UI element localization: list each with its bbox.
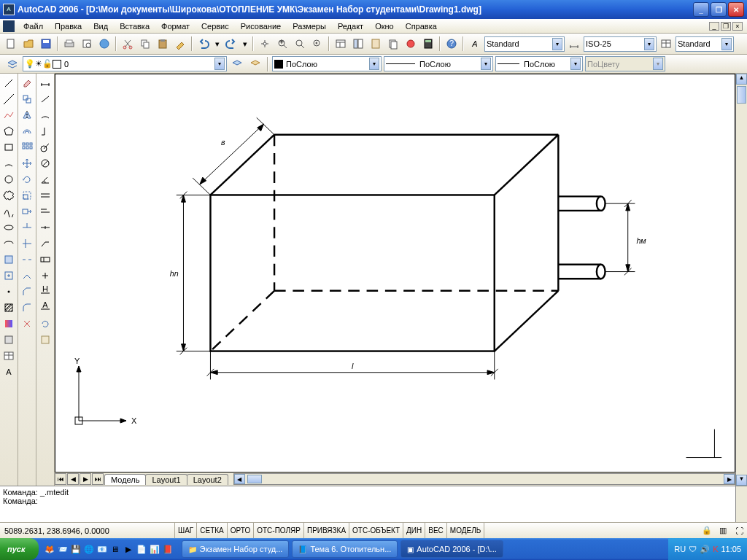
coordinates-display[interactable]: 5089.2631, 238.6946, 0.0000 bbox=[0, 523, 175, 538]
doc-close-button[interactable]: × bbox=[732, 22, 743, 31]
dropdown-arrow-icon[interactable]: ▾ bbox=[214, 58, 225, 70]
tab-next-button[interactable]: ▶ bbox=[80, 473, 91, 485]
line-tool[interactable] bbox=[1, 75, 17, 90]
redo-button[interactable] bbox=[223, 36, 239, 52]
new-button[interactable] bbox=[3, 36, 19, 52]
properties-button[interactable] bbox=[333, 36, 349, 52]
dim-ordinate-tool[interactable] bbox=[38, 123, 53, 139]
layer-states-button[interactable] bbox=[247, 56, 263, 72]
layout2-tab[interactable]: Layout2 bbox=[187, 474, 228, 485]
sheet-set-button[interactable] bbox=[385, 36, 401, 52]
quicklaunch-icon[interactable]: 💾 bbox=[69, 542, 82, 556]
tab-first-button[interactable]: ⏮ bbox=[55, 473, 66, 485]
xline-tool[interactable] bbox=[1, 91, 17, 106]
horizontal-scrollbar[interactable]: ◀ ▶ bbox=[233, 473, 735, 485]
tray-lang[interactable]: RU bbox=[674, 545, 686, 553]
tray-clock[interactable]: 11:05 bbox=[721, 545, 741, 553]
tab-prev-button[interactable]: ◀ bbox=[67, 473, 79, 485]
erase-tool[interactable] bbox=[20, 75, 35, 90]
quicklaunch-icon[interactable]: 📧 bbox=[96, 542, 109, 556]
scroll-thumb[interactable] bbox=[247, 475, 262, 483]
gradient-tool[interactable] bbox=[1, 316, 17, 331]
paste-button[interactable] bbox=[155, 36, 171, 52]
layer-combo[interactable]: 💡 ☀ 🔓 0 ▾ bbox=[23, 56, 227, 71]
center-mark-tool[interactable] bbox=[38, 268, 53, 283]
quicklaunch-icon[interactable]: 🖥 bbox=[109, 542, 122, 556]
dim-arc-tool[interactable] bbox=[38, 107, 53, 122]
dim-update-tool[interactable] bbox=[38, 316, 53, 331]
match-props-button[interactable] bbox=[172, 36, 188, 52]
dim-baseline-tool[interactable] bbox=[38, 203, 53, 219]
otrack-toggle[interactable]: ОТС-ОБЪЕКТ bbox=[349, 523, 403, 538]
osnap-toggle[interactable]: ПРИВЯЗКА bbox=[304, 523, 349, 538]
tray-icon[interactable]: 🔊 bbox=[700, 545, 710, 554]
leader-tool[interactable] bbox=[38, 236, 53, 251]
taskbar-item[interactable]: 📘 Тема 6. Отопительн... bbox=[292, 540, 398, 558]
menu-modify[interactable]: Редакт bbox=[332, 20, 369, 32]
scale-tool[interactable] bbox=[20, 187, 35, 203]
fillet-tool[interactable] bbox=[20, 300, 35, 315]
insert-block-tool[interactable] bbox=[1, 252, 17, 267]
quicklaunch-icon[interactable]: ▶ bbox=[122, 542, 135, 556]
start-button[interactable]: пуск bbox=[0, 538, 39, 560]
dim-continue-tool[interactable] bbox=[38, 219, 53, 235]
preview-button[interactable] bbox=[79, 36, 95, 52]
zoom-realtime-button[interactable]: + bbox=[274, 36, 290, 52]
point-tool[interactable] bbox=[1, 284, 17, 299]
spline-tool[interactable] bbox=[1, 203, 17, 219]
quicklaunch-icon[interactable]: 📕 bbox=[161, 542, 174, 556]
tolerance-tool[interactable] bbox=[38, 252, 53, 267]
taskbar-item[interactable]: 📁 Экзамен Набор студ... bbox=[182, 540, 290, 558]
maximize-button[interactable]: ❐ bbox=[711, 2, 727, 17]
undo-button[interactable] bbox=[196, 36, 212, 52]
markup-button[interactable] bbox=[403, 36, 419, 52]
save-button[interactable] bbox=[38, 36, 54, 52]
status-lock-icon[interactable]: 🔒 bbox=[699, 523, 715, 539]
explode-tool[interactable] bbox=[20, 316, 35, 331]
tray-icon[interactable]: 🛡 bbox=[689, 545, 697, 553]
doc-minimize-button[interactable]: _ bbox=[709, 22, 719, 31]
dimstyle-combo[interactable]: ISO-25▾ bbox=[584, 36, 657, 52]
trim-tool[interactable] bbox=[20, 219, 35, 235]
dim-tedit-tool[interactable]: A bbox=[38, 300, 53, 315]
circle-tool[interactable] bbox=[1, 171, 17, 187]
layer-previous-button[interactable] bbox=[229, 56, 245, 72]
scroll-thumb-v[interactable] bbox=[737, 86, 746, 104]
zoom-previous-button[interactable] bbox=[309, 36, 325, 52]
quicklaunch-icon[interactable]: 🌐 bbox=[82, 542, 96, 556]
polygon-tool[interactable] bbox=[1, 123, 17, 139]
rotate-tool[interactable] bbox=[20, 171, 35, 187]
scroll-right-button[interactable]: ▶ bbox=[724, 474, 735, 484]
menu-help[interactable]: Справка bbox=[400, 20, 443, 32]
menu-dimensions[interactable]: Размеры bbox=[287, 20, 332, 32]
close-button[interactable]: ✕ bbox=[728, 2, 744, 17]
move-tool[interactable] bbox=[20, 155, 35, 171]
menu-insert[interactable]: Вставка bbox=[114, 20, 155, 32]
table-tool[interactable] bbox=[1, 348, 17, 363]
array-tool[interactable] bbox=[20, 139, 35, 155]
open-button[interactable] bbox=[20, 36, 36, 52]
mtext-tool[interactable]: A bbox=[1, 364, 17, 379]
dim-edit-tool[interactable]: H bbox=[38, 284, 53, 299]
command-window[interactable]: Команда: _.mtedit Команда: bbox=[0, 486, 747, 522]
doc-restore-button[interactable]: ❐ bbox=[721, 22, 731, 31]
plot-button[interactable] bbox=[61, 36, 77, 52]
model-toggle[interactable]: МОДЕЛЬ bbox=[447, 523, 484, 538]
mirror-tool[interactable] bbox=[20, 107, 35, 122]
quicklaunch-icon[interactable]: 📊 bbox=[148, 542, 161, 556]
textstyle-icon[interactable]: A bbox=[467, 36, 483, 52]
tray-icon[interactable]: K bbox=[713, 545, 718, 553]
dropdown-arrow-icon[interactable]: ▾ bbox=[644, 38, 654, 50]
rectangle-tool[interactable] bbox=[1, 139, 17, 155]
publish-button[interactable] bbox=[96, 36, 112, 52]
snap-toggle[interactable]: ШАГ bbox=[175, 523, 197, 538]
ortho-toggle[interactable]: ОРТО bbox=[228, 523, 254, 538]
minimize-button[interactable]: _ bbox=[693, 2, 709, 17]
vertical-scrollbar[interactable]: ▲ ▼ bbox=[735, 74, 747, 486]
calc-button[interactable] bbox=[420, 36, 436, 52]
status-tray-icon[interactable]: ▥ bbox=[715, 523, 731, 539]
region-tool[interactable] bbox=[1, 332, 17, 347]
grid-toggle[interactable]: СЕТКА bbox=[197, 523, 228, 538]
dimstyle-icon[interactable] bbox=[566, 36, 582, 52]
linetype-combo[interactable]: ПоСлою▾ bbox=[384, 56, 493, 71]
